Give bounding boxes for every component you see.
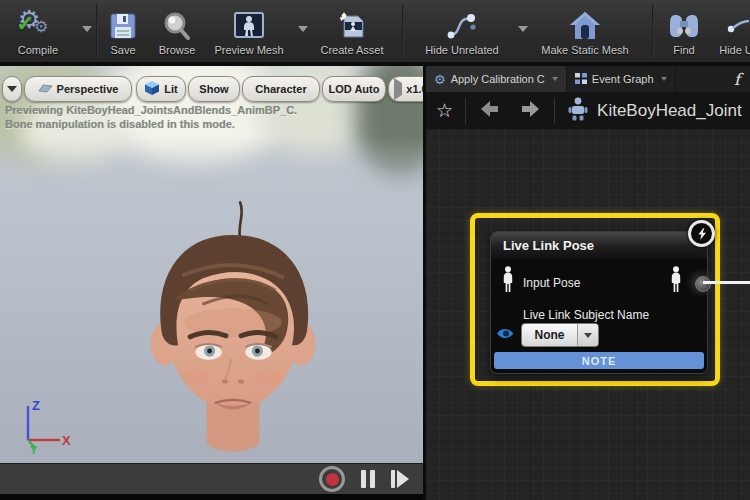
gear-icon: ⚙ [434, 72, 446, 87]
output-exec-pin[interactable] [695, 276, 711, 292]
breadcrumb[interactable]: KiteBoyHead_Joint [597, 101, 742, 121]
viewport-perspective-button[interactable]: Perspective [24, 76, 132, 102]
perspective-label: Perspective [57, 83, 119, 95]
top-toolbar: ⚙⚙✓ Compile Save Browse Preview Mesh [0, 0, 750, 62]
node-header[interactable]: Live Link Pose [491, 232, 707, 259]
subject-name-label: Live Link Subject Name [523, 308, 649, 322]
save-label: Save [110, 44, 135, 57]
create-asset-label: Create Asset [321, 44, 384, 57]
back-arrow-icon[interactable] [480, 100, 502, 122]
viewport-lit-button[interactable]: Lit [136, 76, 186, 102]
preview-overlay-line1: Previewing KiteBoyHead_JointsAndBlends_A… [5, 104, 297, 116]
compile-gears-icon: ⚙⚙✓ [18, 8, 58, 44]
note-label: NOTE [582, 355, 617, 367]
browse-label: Browse [159, 44, 196, 57]
axis-x-label: X [62, 433, 71, 448]
perspective-icon [38, 83, 53, 95]
output-pose-pin-icon[interactable] [669, 266, 683, 293]
axis-gizmo: Z X Y [12, 396, 72, 460]
show-label: Show [199, 83, 228, 95]
hide-truncated-button[interactable]: Hide U [714, 5, 750, 57]
dropdown-arrow-icon[interactable] [577, 324, 598, 346]
save-button[interactable]: Save [100, 5, 146, 57]
separator [465, 98, 466, 124]
preview-mesh-icon [233, 8, 265, 44]
hide-truncated-label: Hide U [719, 44, 750, 57]
viewport-speed-button[interactable]: x1.0 [388, 76, 423, 102]
input-pose-pin-icon[interactable] [501, 266, 515, 293]
compile-dropdown-caret[interactable] [82, 26, 94, 38]
preview-overlay-line2: Bone manipulation is disabled in this mo… [5, 118, 235, 130]
hide-unrelated-icon [445, 8, 479, 44]
compile-label: Compile [18, 44, 58, 57]
separator [554, 98, 555, 124]
function-icon: f [724, 66, 750, 92]
forward-arrow-icon[interactable] [518, 100, 540, 122]
browse-button[interactable]: Browse [150, 5, 204, 57]
hide-unrelated-button[interactable]: Hide Unrelated [412, 5, 512, 57]
toolbar-separator [402, 4, 404, 58]
subject-name-value: None [522, 324, 577, 346]
step-forward-button[interactable] [391, 470, 409, 488]
animation-blueprint-editor: ⚙⚙✓ Compile Save Browse Preview Mesh [0, 0, 750, 500]
graph-breadcrumb-bar: ☆ KiteBoyHead_Joint [426, 92, 750, 130]
pause-button[interactable] [361, 470, 375, 488]
character-label: Character [255, 83, 306, 95]
exec-wire [703, 281, 750, 284]
tab-event-graph[interactable]: Event Graph [567, 66, 676, 92]
preview-mesh-label: Preview Mesh [214, 44, 283, 57]
toolbar-separator [652, 4, 654, 58]
lit-label: Lit [164, 83, 177, 95]
character-head-model [108, 178, 358, 463]
viewport-lod-button[interactable]: LOD Auto [322, 76, 386, 102]
tab-apply-calibration[interactable]: ⚙ Apply Calibration C [426, 66, 567, 92]
axis-y-label: Y [30, 444, 38, 456]
step-forward-icon [397, 470, 409, 488]
make-static-mesh-label: Make Static Mesh [541, 44, 628, 57]
lit-cube-icon [144, 80, 160, 98]
viewport-options-dropdown[interactable] [2, 76, 22, 102]
preview-viewport[interactable]: Perspective Lit Show Character LOD Auto … [0, 66, 423, 463]
favorite-star-icon[interactable]: ☆ [436, 99, 453, 122]
live-link-pose-node[interactable]: Live Link Pose Input Pose Live Link Subj… [490, 231, 708, 374]
axis-z-label: Z [32, 398, 40, 413]
tab-event-graph-label: Event Graph [592, 73, 654, 85]
node-title: Live Link Pose [503, 238, 594, 253]
lightning-badge [688, 220, 715, 247]
find-button[interactable]: Find [660, 5, 708, 57]
graph-tab-bar: ⚙ Apply Calibration C Event Graph f [426, 66, 750, 92]
record-icon [326, 473, 339, 486]
chevron-down-icon [552, 77, 558, 81]
viewport-show-button[interactable]: Show [188, 76, 240, 102]
blueprint-class-icon [567, 97, 589, 125]
bottom-strip [0, 494, 423, 500]
lod-label: LOD Auto [329, 83, 380, 95]
play-speed-icon [394, 83, 402, 95]
viewport-character-button[interactable]: Character [242, 76, 320, 102]
save-floppy-icon [109, 8, 137, 44]
hide-unrelated-label: Hide Unrelated [425, 44, 498, 57]
make-static-mesh-house-icon [569, 8, 601, 44]
input-pose-label: Input Pose [523, 276, 580, 290]
subject-name-dropdown[interactable]: None [521, 323, 599, 347]
hide-partial-icon [721, 8, 750, 44]
preview-mesh-button[interactable]: Preview Mesh [206, 5, 292, 57]
node-note-banner: NOTE [494, 352, 704, 369]
lightning-icon [695, 227, 709, 241]
chevron-down-icon [661, 77, 667, 81]
toolbar-separator [96, 4, 98, 58]
browse-magnifier-icon [161, 8, 193, 44]
find-label: Find [673, 44, 694, 57]
record-button[interactable] [319, 466, 345, 492]
compile-button[interactable]: ⚙⚙✓ Compile [0, 5, 76, 57]
subject-pin-icon[interactable] [496, 326, 514, 345]
preview-mesh-dropdown-caret[interactable] [298, 26, 310, 38]
hide-unrelated-dropdown-caret[interactable] [518, 26, 530, 38]
playback-bar [0, 463, 423, 494]
create-asset-icon [336, 8, 368, 44]
speed-label: x1.0 [406, 83, 423, 95]
make-static-mesh-button[interactable]: Make Static Mesh [530, 5, 640, 57]
create-asset-button[interactable]: Create Asset [310, 5, 394, 57]
event-graph-icon [575, 73, 587, 86]
find-binoculars-icon [667, 8, 701, 44]
